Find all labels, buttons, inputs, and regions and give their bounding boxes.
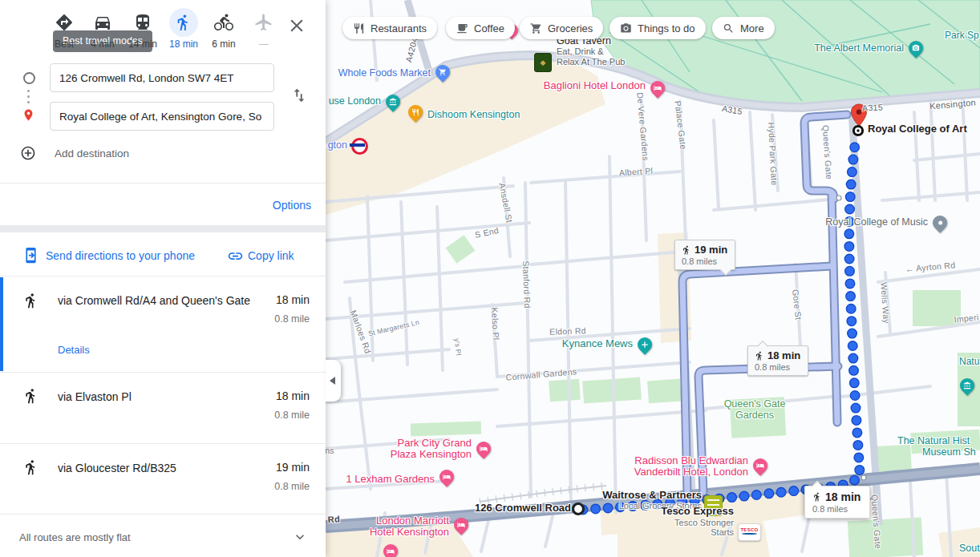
poi-label[interactable]: 1 Lexham Gardens bbox=[346, 474, 435, 486]
origin-input[interactable] bbox=[50, 63, 274, 92]
chip-groceries[interactable]: Groceries bbox=[520, 17, 603, 39]
alt-route-time-badge[interactable]: 18 min0.8 miles bbox=[747, 345, 808, 376]
poi-label[interactable]: 126 Cromwell Road bbox=[475, 503, 571, 515]
expand-routes-note-button[interactable] bbox=[292, 529, 308, 545]
chip-things-to-do[interactable]: Things to do bbox=[609, 17, 706, 39]
poi-label[interactable]: The Albert Memorial bbox=[814, 42, 904, 54]
selected-route-time-badge[interactable]: 18 min0.8 miles bbox=[804, 486, 870, 519]
poi-pin[interactable] bbox=[436, 466, 456, 486]
poi-label-line: Kynance Mews bbox=[562, 338, 633, 350]
directions-panel: Best travel modes Best 4 min 14 min 18 m… bbox=[0, 0, 326, 557]
poi-pin[interactable] bbox=[647, 78, 667, 98]
options-link[interactable]: Options bbox=[273, 199, 311, 212]
mode-flight[interactable]: — bbox=[245, 8, 283, 50]
chip-coffee[interactable]: Coffee bbox=[446, 17, 515, 39]
alt-route-time-badge[interactable]: 19 min0.8 miles bbox=[674, 240, 735, 270]
route-option-cromwell-queens-gate[interactable]: via Cromwell Rd/A4 and Queen's Gate 18 m… bbox=[0, 276, 326, 372]
poi-pin[interactable] bbox=[929, 212, 950, 232]
street-label: St Margarets Ln bbox=[367, 318, 420, 337]
poi-label[interactable]: gton bbox=[328, 139, 347, 151]
museum-icon bbox=[963, 381, 971, 389]
directions-diamond-icon bbox=[50, 8, 79, 37]
chip-restaurants[interactable]: Restaurants bbox=[342, 17, 437, 39]
close-icon bbox=[286, 15, 307, 36]
collapse-panel-button[interactable] bbox=[326, 360, 341, 402]
mode-drive[interactable]: 4 min bbox=[83, 8, 122, 50]
route-details-link[interactable]: Details bbox=[58, 344, 90, 356]
badge-distance: 0.8 miles bbox=[755, 362, 800, 372]
route-title: via Cromwell Rd/A4 and Queen's Gate bbox=[58, 291, 260, 310]
poi-label[interactable]: Royal College of Music bbox=[825, 216, 928, 228]
street-label: Palace Gate bbox=[673, 100, 688, 150]
chip-label: Groceries bbox=[548, 22, 593, 34]
poi-label-line: 1 Lexham Gardens bbox=[346, 474, 435, 486]
goat-tavern-ad-logo[interactable]: ◆ bbox=[534, 53, 552, 72]
route-connector-dot bbox=[27, 95, 30, 98]
poi-label[interactable]: Museum Sh bbox=[922, 446, 976, 458]
poi-label[interactable]: Queen's GateGardens bbox=[724, 398, 786, 421]
copy-link-button[interactable]: Copy link bbox=[248, 249, 294, 262]
poi-pin[interactable] bbox=[957, 375, 977, 395]
poi-label[interactable]: The Natural Hist bbox=[897, 435, 970, 446]
poi-label[interactable]: Royal College of Art bbox=[868, 123, 967, 135]
route-option-elvaston-pl[interactable]: via Elvaston Pl 18 min 0.8 mile bbox=[0, 373, 326, 443]
mode-bike[interactable]: 6 min bbox=[205, 8, 243, 50]
poi-label[interactable]: Dishoom Kensington bbox=[427, 109, 520, 120]
poi-label[interactable]: Tesco ExpressTesco StrongerStarts bbox=[661, 506, 734, 537]
poi-label[interactable]: Kynance Mews bbox=[562, 338, 633, 350]
route-time: 18 min bbox=[276, 293, 310, 306]
poi-pin[interactable] bbox=[905, 38, 925, 58]
poi-label-line: Museum Sh bbox=[922, 446, 976, 458]
swap-origin-destination-button[interactable] bbox=[290, 87, 308, 104]
map-canvas[interactable]: RestaurantsCoffeeGroceriesThings to doMo… bbox=[326, 0, 980, 557]
badge-time-row: 19 min bbox=[682, 244, 727, 256]
walk-icon bbox=[682, 245, 691, 255]
poi-label[interactable]: Goat TavernEat, Drink &Relax At The Pub bbox=[557, 35, 625, 67]
route-distance: 0.8 mile bbox=[274, 313, 310, 325]
poi-label[interactable]: Radisson Blu EdwardianVanderbilt Hotel, … bbox=[634, 455, 748, 478]
poi-pin[interactable] bbox=[432, 62, 452, 82]
poi-label[interactable]: Park Sp bbox=[945, 30, 979, 41]
poi-pin[interactable] bbox=[383, 91, 403, 111]
poi-pin[interactable] bbox=[750, 455, 770, 475]
chip-label: Restaurants bbox=[371, 22, 427, 34]
street-label: Cornwall Gardens bbox=[505, 366, 577, 382]
poi-label[interactable]: Park City GrandPlaza Kensington bbox=[391, 438, 472, 461]
tesco-logo[interactable]: TESCO bbox=[738, 523, 761, 541]
badge-time: 19 min bbox=[695, 244, 727, 256]
poi-label[interactable]: use London bbox=[329, 95, 381, 107]
poi-pin[interactable] bbox=[634, 334, 654, 354]
mode-best[interactable]: Best bbox=[45, 8, 83, 50]
poi-label-line: London Marriott bbox=[370, 515, 449, 527]
poi-label[interactable]: Natu bbox=[959, 357, 979, 367]
poi-label[interactable]: Baglioni Hotel London bbox=[544, 80, 646, 92]
poi-label-line: Royal College of Art bbox=[868, 123, 967, 135]
route-option-gloucester-rd[interactable]: via Gloucester Rd/B325 19 min 0.8 mile bbox=[0, 444, 326, 514]
badge-distance: 0.8 miles bbox=[812, 504, 861, 514]
walking-person-icon bbox=[23, 459, 39, 475]
add-destination-label[interactable]: Add destination bbox=[55, 147, 129, 159]
poi-label-line: Radisson Blu Edwardian bbox=[634, 455, 748, 467]
poi-label-line: Starts bbox=[661, 527, 734, 537]
close-directions-button[interactable] bbox=[286, 15, 307, 36]
poi-label[interactable]: Whole Foods Market bbox=[338, 67, 431, 79]
send-directions-link[interactable]: Send directions to your phone bbox=[46, 249, 195, 262]
poi-label-line: Sout bbox=[959, 543, 980, 554]
camera-icon bbox=[912, 44, 920, 52]
mode-transit[interactable]: 14 min bbox=[124, 8, 162, 50]
add-destination-button[interactable] bbox=[20, 145, 36, 161]
poi-label[interactable]: London MarriottHotel Kensington bbox=[370, 515, 449, 539]
bed-icon bbox=[654, 84, 662, 92]
poi-pin[interactable] bbox=[405, 102, 425, 122]
poi-pin[interactable] bbox=[451, 515, 471, 535]
poi-label[interactable]: Sout bbox=[959, 543, 980, 554]
mode-walk[interactable]: 18 min bbox=[164, 8, 203, 50]
poi-label-line: The Albert Memorial bbox=[814, 42, 904, 54]
bed-icon bbox=[756, 462, 764, 470]
badge-time: 18 min bbox=[767, 349, 800, 361]
destination-input[interactable] bbox=[50, 102, 274, 131]
chip-more[interactable]: More bbox=[712, 17, 775, 39]
poi-pin[interactable] bbox=[473, 438, 493, 458]
poi-label-line: Natu bbox=[959, 357, 979, 367]
poi-pin[interactable] bbox=[380, 541, 400, 557]
